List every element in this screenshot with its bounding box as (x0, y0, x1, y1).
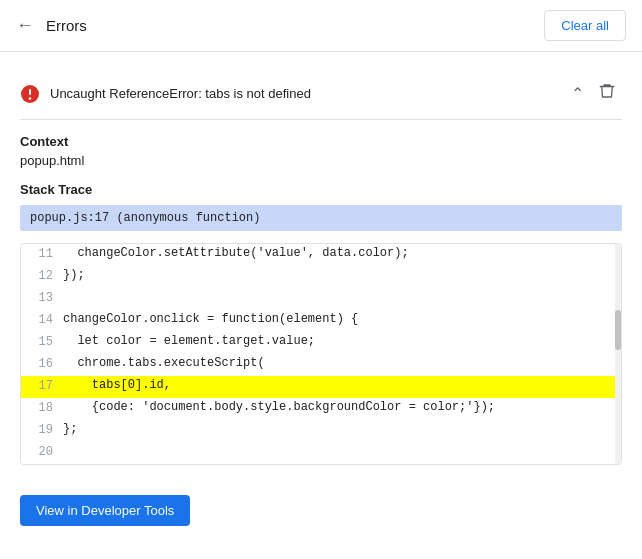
line-content: }; (63, 422, 77, 436)
back-button[interactable]: ← (16, 15, 34, 36)
footer: View in Developer Tools (0, 481, 642, 540)
collapse-button[interactable]: ⌃ (571, 84, 584, 103)
line-content: changeColor.setAttribute('value', data.c… (63, 246, 409, 260)
line-content: }); (63, 268, 85, 282)
stack-trace-section: Stack Trace popup.js:17 (anonymous funct… (20, 182, 622, 231)
code-lines: 11 changeColor.setAttribute('value', dat… (21, 244, 621, 464)
code-line: 12}); (21, 266, 621, 288)
clear-all-button[interactable]: Clear all (544, 10, 626, 41)
error-item: Uncaught ReferenceError: tabs is not def… (20, 68, 622, 120)
error-icon (20, 84, 40, 104)
line-content: let color = element.target.value; (63, 334, 315, 348)
delete-button[interactable] (592, 80, 622, 107)
code-line: 17 tabs[0].id, (21, 376, 621, 398)
stack-trace-label: Stack Trace (20, 182, 622, 197)
line-number: 14 (29, 312, 53, 327)
error-message: Uncaught ReferenceError: tabs is not def… (50, 86, 311, 101)
line-number: 19 (29, 422, 53, 437)
context-label: Context (20, 134, 622, 149)
code-line: 20 (21, 442, 621, 464)
line-number: 18 (29, 400, 53, 415)
code-line: 16 chrome.tabs.executeScript( (21, 354, 621, 376)
code-block: 11 changeColor.setAttribute('value', dat… (20, 243, 622, 465)
code-line: 18 {code: 'document.body.style.backgroun… (21, 398, 621, 420)
code-line: 13 (21, 288, 621, 310)
code-line: 11 changeColor.setAttribute('value', dat… (21, 244, 621, 266)
context-value: popup.html (20, 153, 622, 168)
line-content: changeColor.onclick = function(element) … (63, 312, 358, 326)
content-area: Uncaught ReferenceError: tabs is not def… (0, 52, 642, 481)
line-content: tabs[0].id, (63, 378, 171, 392)
context-section: Context popup.html (20, 134, 622, 168)
code-line: 15 let color = element.target.value; (21, 332, 621, 354)
trash-icon (598, 82, 616, 100)
header-left: ← Errors (16, 15, 87, 36)
scrollbar[interactable] (615, 244, 621, 464)
svg-rect-1 (29, 89, 31, 95)
error-item-right: ⌃ (571, 80, 622, 107)
code-line: 14changeColor.onclick = function(element… (21, 310, 621, 332)
view-devtools-button[interactable]: View in Developer Tools (20, 495, 190, 526)
header: ← Errors Clear all (0, 0, 642, 52)
stack-trace-line: popup.js:17 (anonymous function) (20, 205, 622, 231)
code-line: 19}; (21, 420, 621, 442)
line-number: 11 (29, 246, 53, 261)
page-title: Errors (46, 17, 87, 34)
svg-point-2 (29, 97, 31, 99)
line-content: {code: 'document.body.style.backgroundCo… (63, 400, 495, 414)
line-content: chrome.tabs.executeScript( (63, 356, 265, 370)
scrollbar-thumb (615, 310, 621, 350)
line-number: 15 (29, 334, 53, 349)
line-number: 12 (29, 268, 53, 283)
line-number: 13 (29, 290, 53, 305)
line-number: 16 (29, 356, 53, 371)
error-item-left: Uncaught ReferenceError: tabs is not def… (20, 84, 571, 104)
line-number: 20 (29, 444, 53, 459)
line-number: 17 (29, 378, 53, 393)
